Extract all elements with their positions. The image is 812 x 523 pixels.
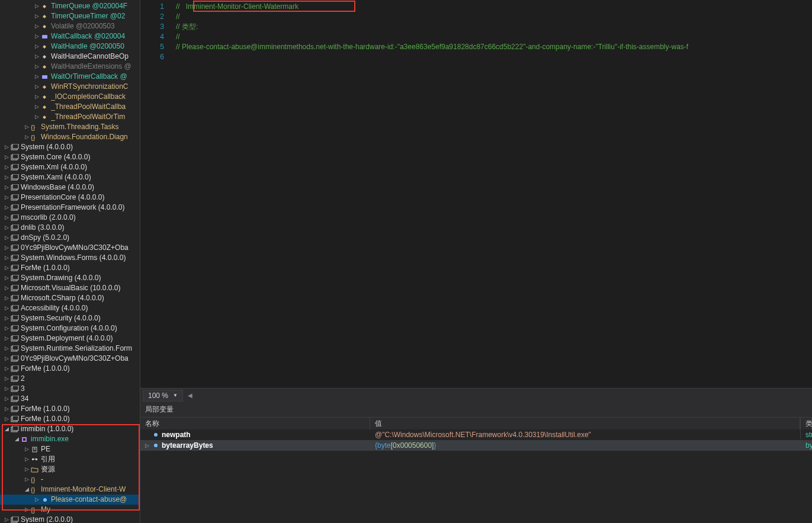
tree-item[interactable]: ▷ System.Runtime.Serialization.Form [0,344,140,354]
code-editor[interactable]: 123456 // Imminent-Monitor-Client-Waterm… [140,0,812,388]
tree-item[interactable]: ▷ ForMe (1.0.0.0) [0,414,140,424]
expand-icon[interactable]: ▷ [3,333,10,344]
expand-icon[interactable]: ▷ [3,364,10,374]
expand-icon[interactable]: ▷ [23,464,30,474]
tree-item[interactable]: ▷ dnSpy (5.0.2.0) [0,233,140,243]
expand-icon[interactable]: ▷ [3,263,10,273]
zoom-selector[interactable]: 100 % ▼ [143,390,183,402]
tree-item[interactable]: ▷ Microsoft.VisualBasic (10.0.0.0) [0,283,140,293]
tree-item[interactable]: ▷ {} Windows.Foundation.Diagn [0,132,140,142]
tree-item[interactable]: ▷ _ThreadPoolWaitCallba [0,102,140,112]
expand-icon[interactable]: ▷ [33,21,40,31]
tree-item[interactable]: ▷ ForMe (1.0.0.0) [0,404,140,414]
tree-item[interactable]: ▷ System.Security (4.0.0.0) [0,313,140,323]
tree-item[interactable]: ▷ dnlib (3.0.0.0) [0,223,140,233]
expand-icon[interactable]: ▷ [3,233,10,243]
tree-item[interactable]: ▷ System.Windows.Forms (4.0.0.0) [0,253,140,263]
tree-item[interactable]: ◢ {} Imminent-Monitor-Client-W [0,485,140,495]
expand-icon[interactable]: ▷ [3,203,10,213]
expand-icon[interactable]: ▷ [3,192,10,203]
tree-item[interactable]: ▷ TimerQueueTimer @02 [0,11,140,21]
locals-col-name[interactable]: 名称 [140,418,370,430]
expand-icon[interactable]: ▷ [3,384,10,394]
tree-item[interactable]: ▷ 0Yc9PjiBlovCywMNo/3C30Z+Oba [0,243,140,253]
expand-icon[interactable]: ◢ [13,434,20,444]
locals-panel[interactable]: 局部变量 名称 值 类 newpath @"C:\Windows\Microso… [140,402,812,523]
tree-item[interactable]: ▷ {} My [0,505,140,515]
locals-col-type[interactable]: 类 [800,418,812,430]
locals-row[interactable]: newpath @"C:\Windows\Microsoft.NET\Frame… [140,429,812,440]
tree-item[interactable]: ▷ {} - [0,474,140,485]
expand-icon[interactable]: ▷ [23,474,30,485]
expand-icon[interactable]: ▷ [3,394,10,404]
expand-icon[interactable]: ▷ [33,72,40,82]
tree-item[interactable]: ▷ WaitHandleCannotBeOp [0,52,140,62]
expand-icon[interactable]: ▷ [33,112,40,122]
tree-item[interactable]: ▷ System (2.0.0.0) [0,515,140,523]
tree-item[interactable]: ▷ WaitCallback @020004 [0,31,140,41]
expand-icon[interactable]: ▷ [3,142,10,152]
tree-item[interactable]: ▷ TimerQueue @020004F [0,1,140,11]
expand-icon[interactable]: ◢ [3,424,10,434]
expand-icon[interactable]: ▷ [3,303,10,313]
tree-item[interactable]: ▷ System.Drawing (4.0.0.0) [0,273,140,283]
expand-icon[interactable]: ▷ [3,374,10,384]
expand-icon[interactable]: ◢ [23,485,30,495]
expand-icon[interactable]: ▷ [3,253,10,263]
tree-item[interactable]: ▷ System.Xml (4.0.0.0) [0,162,140,172]
expand-icon[interactable]: ▷ [3,182,10,192]
tree-item[interactable]: ▷ _ThreadPoolWaitOrTim [0,112,140,122]
tree-item[interactable]: ▷ WinRTSynchronizationC [0,82,140,92]
tree-item[interactable]: ▷ WindowsBase (4.0.0.0) [0,182,140,192]
tree-item[interactable]: ▷ 资源 [0,464,140,474]
tree-item[interactable]: ▷ Microsoft.CSharp (4.0.0.0) [0,293,140,303]
tree-item[interactable]: ◢ immibin.exe [0,434,140,444]
expand-icon[interactable]: ▷ [3,152,10,162]
tree-item[interactable]: ◢ immibin (1.0.0.0) [0,424,140,434]
expand-icon[interactable]: ▷ [33,82,40,92]
tree-item[interactable]: ▷ WaitHandleExtensions @ [0,62,140,72]
chevron-left-icon[interactable]: ◀ [188,392,192,399]
tree-item[interactable]: ▷ PresentationFramework (4.0.0.0) [0,203,140,213]
tree-item[interactable]: ▷ 引用 [0,454,140,464]
tree-item[interactable]: ▷ PresentationCore (4.0.0.0) [0,192,140,203]
expand-icon[interactable]: ▷ [23,122,30,132]
tree-item[interactable]: ▷ ForMe (1.0.0.0) [0,364,140,374]
tree-item[interactable]: ▷ Accessibility (4.0.0.0) [0,303,140,313]
expand-icon[interactable]: ▷ [3,243,10,253]
tree-view[interactable]: ▷ TimerQueue @020004F ▷ TimerQueueTimer … [0,0,140,523]
tree-item[interactable]: ▷ System.Xaml (4.0.0.0) [0,172,140,182]
tree-item[interactable]: ▷ Volatile @02000503 [0,21,140,31]
tree-item[interactable]: ▷ 0Yc9PjiBlovCywMNo/3C30Z+Oba [0,354,140,364]
expand-icon[interactable]: ▷ [3,323,10,333]
expand-icon[interactable]: ▷ [23,454,30,464]
expand-icon[interactable]: ▷ [3,404,10,414]
expand-icon[interactable]: ▷ [3,414,10,424]
expand-icon[interactable]: ▷ [3,162,10,172]
tree-item[interactable]: ▷ 3 [0,384,140,394]
tree-item[interactable]: ▷ 34 [0,394,140,404]
expand-icon[interactable]: ▷ [3,313,10,323]
expand-icon[interactable]: ▷ [143,442,151,448]
locals-row[interactable]: ▷ bytearrayBytes {byte[0x00050600]} by [140,440,812,451]
tree-item[interactable]: ▷ System (4.0.0.0) [0,142,140,152]
expand-icon[interactable]: ▷ [3,213,10,223]
tree-item[interactable]: ▷ _IOCompletionCallback [0,92,140,102]
expand-icon[interactable]: ▷ [33,11,40,21]
tree-item[interactable]: ▷ PE [0,444,140,454]
tree-item[interactable]: ▷ System.Core (4.0.0.0) [0,152,140,162]
expand-icon[interactable]: ▷ [33,102,40,112]
expand-icon[interactable]: ▷ [3,223,10,233]
expand-icon[interactable]: ▷ [33,41,40,52]
code-area[interactable]: // Imminent-Monitor-Client-Watermark// /… [176,0,812,388]
expand-icon[interactable]: ▷ [3,273,10,283]
expand-icon[interactable]: ▷ [23,505,30,515]
expand-icon[interactable]: ▷ [33,52,40,62]
tree-item[interactable]: ▷ WaitOrTimerCallback @ [0,72,140,82]
tree-item[interactable]: ▷ WaitHandle @0200050 [0,41,140,52]
tree-item[interactable]: ▷ mscorlib (2.0.0.0) [0,213,140,223]
tree-item[interactable]: ▷ {} System.Threading.Tasks [0,122,140,132]
assembly-explorer[interactable]: ▷ TimerQueue @020004F ▷ TimerQueueTimer … [0,0,140,523]
expand-icon[interactable]: ▷ [33,1,40,11]
expand-icon[interactable]: ▷ [33,495,40,505]
